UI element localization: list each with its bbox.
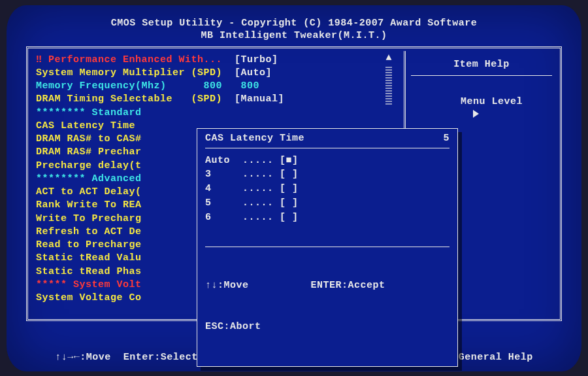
- setting-row[interactable]: ‼ Performance Enhanced With... [Turbo]: [36, 54, 395, 67]
- header-line1: CMOS Setup Utility - Copyright (C) 1984-…: [26, 17, 562, 30]
- setting-label: ‼ Performance Enhanced With...: [36, 54, 235, 65]
- scroll-up-icon[interactable]: ▲: [385, 52, 392, 63]
- setting-label: Memory Frequency(Mhz) 800: [36, 80, 235, 92]
- popup-current-value: 5: [443, 133, 449, 144]
- main-frame: ▲ ‼ Performance Enhanced With... [Turbo]…: [26, 46, 562, 321]
- popup-option-list: Auto ..... [■]3 ..... [ ]4 ..... [ ]5 ..…: [205, 154, 449, 225]
- setting-row[interactable]: Memory Frequency(Mhz) 800 800: [36, 80, 395, 93]
- popup-option[interactable]: 3 ..... [ ]: [205, 167, 449, 182]
- option-popup: CAS Latency Time 5 Auto ..... [■]3 .....…: [197, 128, 458, 367]
- setting-value: 800: [235, 80, 259, 92]
- setting-label: System Memory Multiplier (SPD): [36, 67, 235, 78]
- setting-row[interactable]: System Memory Multiplier (SPD) [Auto]: [36, 67, 395, 80]
- popup-title: CAS Latency Time: [205, 133, 304, 144]
- scrollbar[interactable]: [385, 65, 392, 105]
- setting-row[interactable]: ******** Standard: [36, 107, 395, 120]
- bios-screen: CMOS Setup Utility - Copyright (C) 1984-…: [7, 5, 581, 371]
- setting-label: DRAM Timing Selectable (SPD): [36, 94, 235, 105]
- popup-option[interactable]: 4 ..... [ ]: [205, 182, 449, 196]
- header-line2: MB Intelligent Tweaker(M.I.T.): [26, 29, 562, 43]
- popup-header: CAS Latency Time 5: [205, 133, 449, 148]
- setting-value: [Auto]: [235, 67, 272, 78]
- bios-header: CMOS Setup Utility - Copyright (C) 1984-…: [26, 17, 562, 43]
- setting-row[interactable]: DRAM Timing Selectable (SPD) [Manual]: [36, 93, 395, 106]
- menu-level-row: Menu Level: [411, 82, 552, 135]
- popup-hint-move: ↑↓:Move ENTER:Accept: [205, 279, 449, 292]
- setting-value: [Turbo]: [235, 54, 278, 65]
- popup-option[interactable]: 5 ..... [ ]: [205, 196, 449, 211]
- popup-footer: ↑↓:Move ENTER:Accept ESC:Abort: [205, 247, 449, 361]
- popup-hint-abort: ESC:Abort: [205, 320, 449, 333]
- chevron-right-icon: [473, 110, 479, 118]
- popup-option[interactable]: Auto ..... [■]: [205, 154, 449, 168]
- menu-level-label: Menu Level: [461, 96, 523, 107]
- setting-label: ******** Standard: [36, 107, 235, 118]
- popup-option[interactable]: 6 ..... [ ]: [205, 211, 449, 225]
- setting-value: [Manual]: [235, 94, 284, 105]
- help-title: Item Help: [411, 54, 552, 76]
